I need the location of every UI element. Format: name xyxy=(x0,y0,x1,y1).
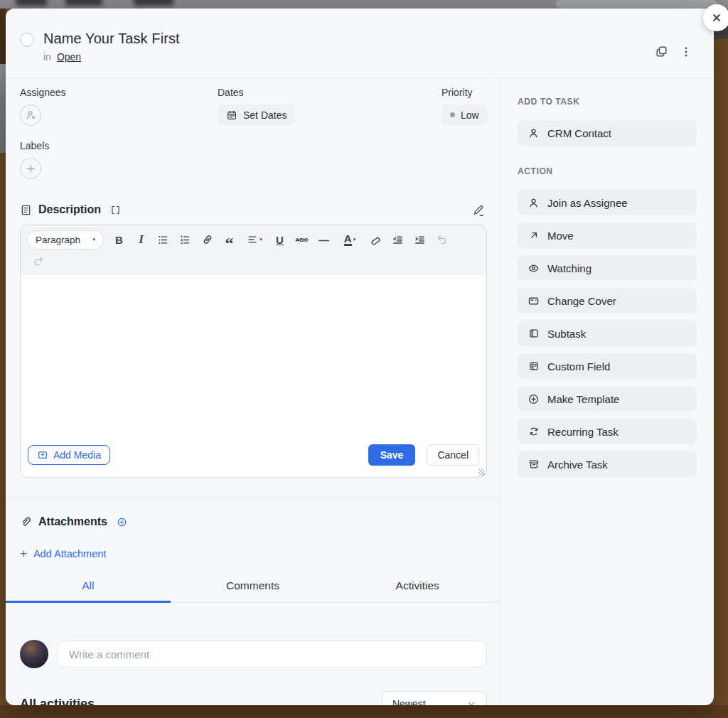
highlight-button[interactable] xyxy=(365,230,387,250)
dates-section: Dates Set Dates xyxy=(218,87,441,179)
close-button[interactable] xyxy=(703,4,728,31)
editor-toolbar-row1: Paragraph ▾ B I “ xyxy=(21,225,486,250)
document-icon xyxy=(20,204,32,216)
task-title: Name Your Task First xyxy=(43,31,180,47)
change-cover-button[interactable]: Change Cover xyxy=(518,288,697,314)
indent-button[interactable] xyxy=(409,230,431,250)
edit-description-icon[interactable] xyxy=(472,203,486,217)
add-media-button[interactable]: Add Media xyxy=(28,445,110,465)
outdent-button[interactable] xyxy=(387,230,409,250)
priority-value: Low xyxy=(461,109,479,121)
action-label: ACTION xyxy=(518,166,697,176)
paperclip-icon xyxy=(20,516,32,528)
attachments-title: Attachments xyxy=(38,515,107,528)
crm-contact-label: CRM Contact xyxy=(547,127,611,139)
person-add-icon xyxy=(24,109,37,122)
subtask-icon xyxy=(528,328,540,339)
add-attachment-icon[interactable] xyxy=(117,517,127,527)
cover-image-icon xyxy=(528,295,540,307)
plus-icon xyxy=(26,164,36,174)
description-header: Description xyxy=(20,202,487,218)
priority-badge[interactable]: Low xyxy=(441,105,488,125)
chevron-down-icon xyxy=(466,699,476,705)
move-button[interactable]: Move xyxy=(518,223,697,248)
recurring-task-button[interactable]: Recurring Task xyxy=(518,419,697,444)
make-template-button[interactable]: Make Template xyxy=(518,386,697,412)
assignees-label: Assignees xyxy=(20,87,218,99)
custom-field-button[interactable]: Custom Field xyxy=(518,353,697,379)
more-options-icon[interactable] xyxy=(680,45,692,58)
cancel-button[interactable]: Cancel xyxy=(427,444,479,466)
task-main-column: Assignees Labels xyxy=(6,78,500,705)
paragraph-style-value: Paragraph xyxy=(36,235,80,245)
paragraph-style-select[interactable]: Paragraph ▾ xyxy=(27,230,104,250)
archive-task-button[interactable]: Archive Task xyxy=(518,451,697,477)
eye-icon xyxy=(528,262,540,274)
blurred-nav-item xyxy=(65,0,102,6)
redo-button[interactable] xyxy=(27,251,49,271)
header-actions xyxy=(655,45,692,58)
activities-header: All activities Newest xyxy=(20,691,487,705)
backdrop-strip xyxy=(0,64,6,153)
blockquote-button[interactable]: “ xyxy=(218,230,240,250)
copy-icon[interactable] xyxy=(655,45,668,58)
comment-input[interactable] xyxy=(57,641,487,668)
tab-activities[interactable]: Activities xyxy=(335,579,500,602)
blurred-search-box xyxy=(556,0,717,8)
tab-all[interactable]: All xyxy=(6,579,171,603)
crm-contact-button[interactable]: CRM Contact xyxy=(518,120,697,146)
action-button-label: Make Template xyxy=(547,393,619,405)
blurred-nav-item xyxy=(16,0,47,6)
blurred-nav-item xyxy=(134,0,173,6)
underline-button[interactable]: U xyxy=(269,230,291,250)
bullet-list-button[interactable] xyxy=(152,230,174,250)
ordered-list-button[interactable] xyxy=(174,230,196,250)
status-link[interactable]: Open xyxy=(57,51,81,63)
add-assignee-button[interactable] xyxy=(20,105,41,126)
backdrop-strip xyxy=(0,9,6,64)
expand-icon[interactable] xyxy=(110,205,121,215)
add-label-button[interactable] xyxy=(20,158,41,179)
chevron-down-icon: ▾ xyxy=(92,237,95,242)
in-label: in xyxy=(43,51,51,63)
align-button[interactable]: ▾ xyxy=(240,230,269,250)
set-dates-button[interactable]: Set Dates xyxy=(218,105,295,125)
description-textarea[interactable]: Add Media Save Cancel xyxy=(21,275,486,477)
link-button[interactable] xyxy=(196,230,218,250)
action-button-label: Recurring Task xyxy=(547,426,619,438)
comment-composer xyxy=(20,640,487,668)
horizontal-rule-button[interactable]: — xyxy=(313,230,335,250)
action-button-label: Subtask xyxy=(547,328,586,340)
plus-icon: + xyxy=(20,547,27,561)
add-attachment-button[interactable]: + Add Attachment xyxy=(20,547,106,561)
activity-tabs: All Comments Activities xyxy=(6,579,500,603)
action-button-label: Custom Field xyxy=(547,360,610,373)
task-complete-checkbox[interactable] xyxy=(20,33,34,47)
undo-button[interactable] xyxy=(431,230,453,250)
activity-sort-select[interactable]: Newest xyxy=(382,691,487,705)
subtask-button[interactable]: Subtask xyxy=(518,321,697,346)
priority-section: Priority Low xyxy=(441,87,488,179)
strikethrough-button[interactable]: ABC xyxy=(291,230,313,250)
plus-circle-icon xyxy=(528,393,540,405)
assignees-section: Assignees Labels xyxy=(20,87,218,179)
watching-button[interactable]: Watching xyxy=(518,255,697,281)
tab-comments[interactable]: Comments xyxy=(171,579,336,602)
italic-button[interactable]: I xyxy=(130,230,152,250)
editor-footer: Add Media Save Cancel xyxy=(28,444,479,466)
task-sidebar: ADD TO TASK CRM Contact ACTION Join as A… xyxy=(500,78,714,705)
editor-toolbar-row2 xyxy=(21,250,486,275)
close-icon xyxy=(710,11,723,24)
bold-button[interactable]: B xyxy=(108,230,130,250)
person-icon xyxy=(528,127,540,139)
editor-resize-handle[interactable] xyxy=(478,469,485,476)
calendar-icon xyxy=(226,109,237,121)
text-color-button[interactable]: A ▾ xyxy=(335,230,365,250)
task-title-block: Name Your Task First inOpen xyxy=(43,9,180,77)
priority-label: Priority xyxy=(441,87,488,99)
action-button-label: Join as Assignee xyxy=(547,197,628,209)
set-dates-label: Set Dates xyxy=(243,109,287,121)
add-media-icon xyxy=(37,449,48,461)
save-button[interactable]: Save xyxy=(368,444,416,466)
join-as-assignee-button[interactable]: Join as Assignee xyxy=(518,190,697,215)
